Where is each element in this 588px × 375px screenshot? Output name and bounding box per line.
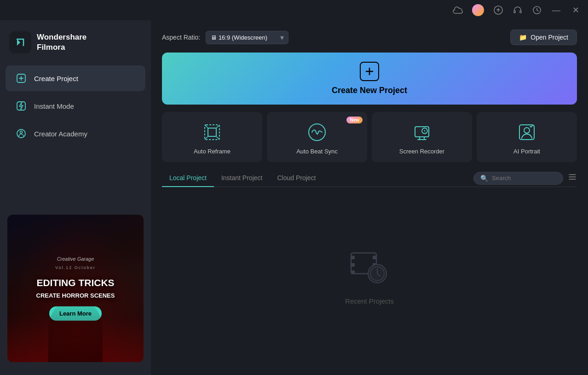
sidebar-item-create-project-label: Create Project: [34, 75, 78, 82]
sidebar-item-creator-academy-label: Creator Academy: [34, 130, 87, 138]
feature-card-screen-recorder[interactable]: Screen Recorder: [372, 112, 472, 162]
create-new-project-banner[interactable]: Create New Project: [162, 53, 577, 105]
empty-state: Recent Projects: [162, 187, 577, 366]
user-avatar[interactable]: [472, 4, 484, 16]
sidebar-item-create-project[interactable]: Create Project: [6, 65, 145, 91]
svg-rect-1: [514, 11, 515, 13]
sidebar-item-instant-mode[interactable]: Instant Mode: [6, 93, 145, 119]
close-icon[interactable]: ✕: [571, 5, 581, 15]
search-box: 🔍: [473, 172, 563, 185]
svg-point-7: [20, 131, 23, 134]
auto-beat-sync-label: Auto Beat Sync: [296, 148, 338, 155]
svg-rect-19: [373, 256, 376, 259]
auto-beat-sync-icon: [306, 121, 328, 143]
list-view-icon[interactable]: [568, 172, 577, 184]
promo-card[interactable]: Creative Garage Vol.12 October EDITING T…: [7, 215, 144, 362]
screen-recorder-icon: [411, 121, 433, 143]
create-project-icon: [15, 72, 28, 85]
aspect-ratio-area: Aspect Ratio: 🖥 16:9 (Widescreen) 📱 9:16…: [162, 31, 288, 44]
svg-point-14: [524, 128, 530, 133]
search-input[interactable]: [492, 175, 556, 182]
create-plus-icon: [360, 62, 379, 81]
app-name: Wondershare Filmora: [37, 32, 86, 53]
app-logo: [9, 31, 31, 53]
ai-portrait-label: AI Portrait: [513, 148, 540, 155]
svg-rect-17: [351, 263, 355, 267]
create-banner-label: Create New Project: [332, 86, 407, 95]
top-bar: Aspect Ratio: 🖥 16:9 (Widescreen) 📱 9:16…: [162, 29, 577, 45]
sidebar-item-instant-mode-label: Instant Mode: [34, 102, 74, 110]
aspect-ratio-select-wrap: 🖥 16:9 (Widescreen) 📱 9:16 (Vertical) ⬜ …: [206, 31, 288, 44]
instant-mode-icon: [15, 100, 28, 112]
open-project-label: Open Project: [530, 34, 568, 41]
titlebar: — ✕: [0, 0, 588, 20]
feature-card-ai-portrait[interactable]: AI Portrait: [477, 112, 577, 162]
search-icon: 🔍: [480, 175, 488, 182]
svg-rect-16: [351, 256, 355, 259]
upload-icon[interactable]: [493, 5, 503, 15]
tab-instant-project[interactable]: Instant Project: [214, 170, 270, 187]
projects-tabs-bar: Local Project Instant Project Cloud Proj…: [162, 170, 577, 187]
cloud-icon[interactable]: [453, 5, 463, 15]
feature-card-auto-beat-sync[interactable]: New Auto Beat Sync: [267, 112, 367, 162]
sidebar-item-creator-academy[interactable]: Creator Academy: [6, 121, 145, 146]
auto-reframe-label: Auto Reframe: [194, 148, 231, 155]
sidebar: Wondershare Filmora Create Project Ins: [0, 20, 151, 375]
content-area: Aspect Ratio: 🖥 16:9 (Widescreen) 📱 9:16…: [151, 20, 588, 375]
recent-projects-label: Recent Projects: [345, 297, 394, 305]
tab-local-project[interactable]: Local Project: [162, 170, 214, 187]
svg-rect-18: [351, 270, 355, 274]
projects-section: Local Project Instant Project Cloud Proj…: [162, 170, 577, 366]
auto-reframe-icon: [201, 121, 223, 143]
headphones-icon[interactable]: [513, 5, 523, 15]
folder-icon: 📁: [519, 34, 527, 41]
aspect-ratio-label: Aspect Ratio:: [162, 34, 200, 41]
svg-rect-2: [520, 11, 521, 13]
svg-rect-9: [208, 128, 216, 136]
open-project-button[interactable]: 📁 Open Project: [510, 29, 577, 45]
feature-cards: Auto Reframe New Auto Beat Sync: [162, 112, 577, 162]
aspect-ratio-select[interactable]: 🖥 16:9 (Widescreen) 📱 9:16 (Vertical) ⬜ …: [206, 31, 288, 44]
screen-recorder-label: Screen Recorder: [399, 148, 444, 155]
search-area: 🔍: [473, 172, 577, 185]
tab-cloud-project[interactable]: Cloud Project: [270, 170, 323, 187]
svg-point-10: [309, 124, 325, 141]
clock-icon[interactable]: [532, 5, 542, 15]
logo-area: Wondershare Filmora: [0, 26, 151, 64]
recent-projects-icon: [349, 248, 390, 290]
minimize-icon[interactable]: —: [551, 5, 561, 15]
creator-academy-icon: [15, 127, 28, 140]
feature-card-auto-reframe[interactable]: Auto Reframe: [162, 112, 262, 162]
promo-title-line1: EDITING TRICKS: [36, 277, 114, 288]
promo-vol-sub: Vol.12 October: [55, 265, 96, 270]
ai-portrait-icon: [516, 121, 538, 143]
promo-vol: Creative Garage: [57, 256, 94, 262]
new-badge: New: [346, 117, 363, 123]
